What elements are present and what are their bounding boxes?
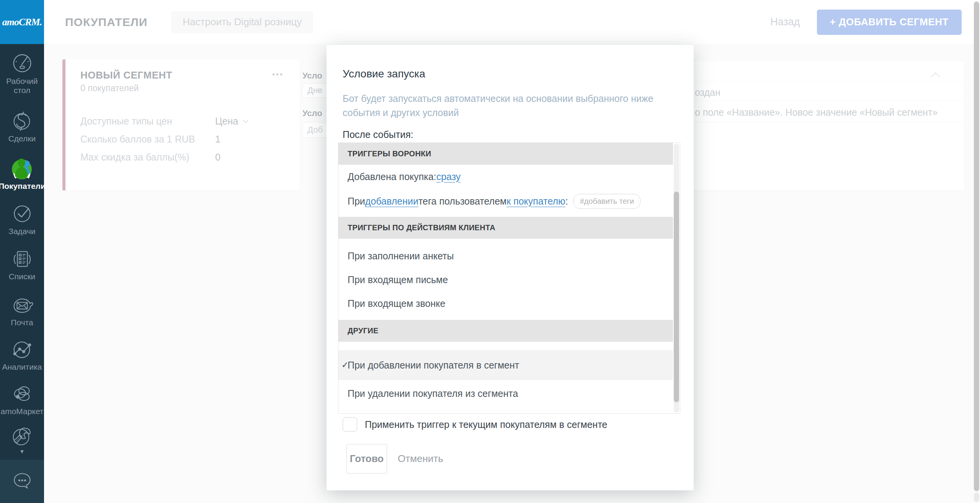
sidebar-item-label: Списки: [9, 272, 36, 281]
sidebar-item-deals[interactable]: Сделки: [0, 109, 44, 143]
done-button[interactable]: Готово: [346, 444, 387, 474]
trigger-text: При заполнении анкеты: [348, 251, 454, 262]
sidebar-item-lists[interactable]: Списки: [0, 247, 44, 281]
trigger-option[interactable]: При входящем письме: [338, 268, 673, 292]
sidebar-item-analytics[interactable]: Аналитика: [0, 337, 44, 372]
analytics-icon: [10, 337, 34, 361]
dashboard-icon: [10, 51, 34, 75]
sidebar-item-label: Покупатели: [0, 182, 46, 191]
sidebar-item-customers[interactable]: Покупатели: [0, 156, 44, 191]
trigger-text: тега пользователем: [418, 196, 506, 207]
trigger-text: При: [348, 196, 365, 207]
tasks-icon: [11, 202, 34, 225]
sidebar-item-label: amoМаркет: [1, 407, 44, 416]
sidebar-item-settings[interactable]: ▾: [0, 424, 44, 454]
trigger-text: :: [565, 196, 568, 207]
amocrm-logo[interactable]: amoCRM.: [0, 0, 44, 44]
market-icon: [10, 382, 34, 405]
sidebar-item-label: Рабочий стол: [0, 77, 44, 95]
trigger-text: При входящем письме: [348, 274, 448, 285]
sidebar-item-label: Аналитика: [2, 362, 42, 372]
trigger-text: При добавлении покупателя в сегмент: [348, 360, 519, 371]
sidebar-item-mail[interactable]: Почта: [0, 293, 44, 327]
checkbox-label: Применить триггер к текущим покупателям …: [365, 419, 608, 430]
list-scrollbar[interactable]: [674, 144, 679, 413]
trigger-link[interactable]: добавлении: [365, 196, 418, 207]
sidebar-item-label: Задачи: [8, 227, 36, 236]
trigger-option[interactable]: ✓При добавлении покупателя в сегмент: [338, 350, 673, 380]
sidebar-item-tasks[interactable]: Задачи: [0, 202, 44, 236]
trigger-link[interactable]: к покупателю: [506, 196, 565, 207]
customers-icon: [10, 156, 34, 180]
support-chat-button[interactable]: [0, 460, 44, 503]
launch-condition-modal: Условие запуска Бот будет запускаться ав…: [327, 45, 694, 490]
trigger-text: При удалении покупателя из сегмента: [348, 388, 518, 399]
trigger-text: Добавлена покупка:: [348, 171, 436, 182]
sidebar: amoCRM. Рабочий столСделкиПокупателиЗада…: [0, 0, 44, 503]
sidebar-item-label: Почта: [11, 318, 33, 327]
modal-title: Условие запуска: [343, 68, 425, 80]
trigger-list: ТРИГГЕРЫ ВОРОНКИДобавлена покупка: сразу…: [338, 143, 680, 414]
trigger-option[interactable]: При удалении покупателя из сегмента: [338, 380, 673, 407]
trigger-option[interactable]: Добавлена покупка: сразу: [338, 165, 673, 188]
lists-icon: [10, 247, 34, 270]
trigger-option[interactable]: При входящем звонке: [338, 292, 673, 315]
chat-icon: [11, 469, 34, 494]
page-scrollbar-track: [974, 493, 979, 502]
trigger-list-items: ТРИГГЕРЫ ВОРОНКИДобавлена покупка: сразу…: [338, 143, 673, 413]
add-tags-input[interactable]: #добавить теги: [573, 194, 641, 209]
list-scrollbar-thumb[interactable]: [674, 192, 679, 402]
trigger-option[interactable]: При заполнении анкеты: [338, 244, 673, 268]
chevron-down-icon: ▾: [20, 450, 24, 454]
trigger-section-header: ТРИГГЕРЫ ВОРОНКИ: [338, 143, 673, 165]
sidebar-item-dashboard[interactable]: Рабочий стол: [0, 51, 44, 95]
trigger-text: При входящем звонке: [348, 298, 445, 309]
trigger-section-header: ТРИГГЕРЫ ПО ДЕЙСТВИЯМ КЛИЕНТА: [338, 217, 673, 239]
mail-icon: [10, 293, 34, 316]
after-event-label: После события:: [343, 129, 413, 140]
sidebar-item-market[interactable]: amoМаркет: [0, 382, 44, 416]
cancel-button[interactable]: Отменить: [398, 444, 443, 474]
wrench-icon: [10, 424, 34, 448]
apply-trigger-row: Применить триггер к текущим покупателям …: [343, 417, 608, 432]
modal-description: Бот будет запускаться автоматически на о…: [343, 92, 657, 120]
page-scrollbar-thumb[interactable]: [974, 2, 979, 491]
sidebar-item-label: Сделки: [8, 134, 36, 143]
deals-icon: [10, 109, 34, 133]
apply-to-current-checkbox[interactable]: [343, 417, 357, 432]
check-icon: ✓: [341, 360, 348, 370]
trigger-option[interactable]: При добавлении тега пользователем к поку…: [338, 188, 673, 214]
trigger-link[interactable]: сразу: [436, 171, 461, 182]
trigger-section-header: ДРУГИЕ: [338, 320, 673, 342]
